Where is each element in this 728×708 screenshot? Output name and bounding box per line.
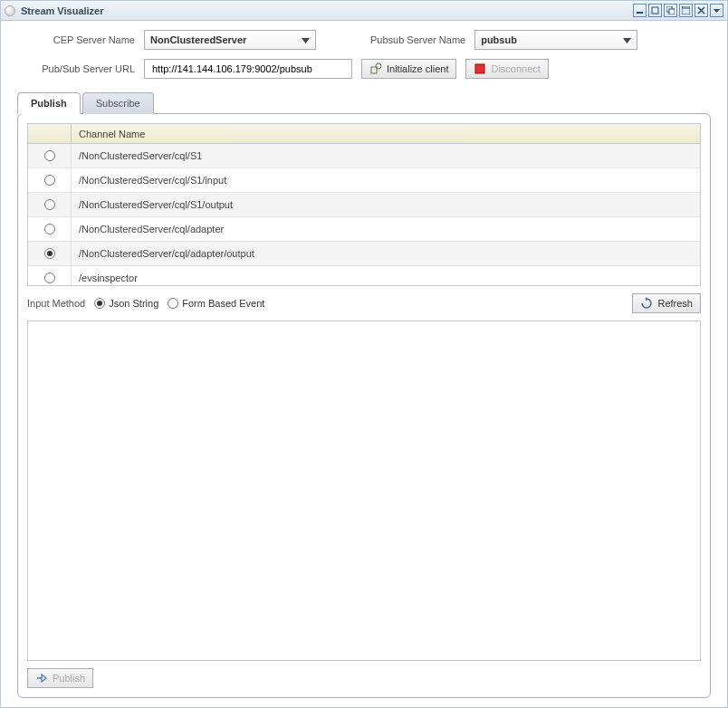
restore-icon[interactable] [648,4,662,17]
cep-server-value: NonClusteredServer [150,34,246,45]
maximize-icon[interactable] [679,4,693,17]
publish-label: Publish [53,673,85,684]
channel-radio[interactable] [44,248,55,259]
stream-visualizer-window: Stream Visualizer CEP Server Name NonClu… [0,0,728,708]
window-icon [5,5,15,16]
input-method-label: Input Method [27,298,85,309]
svg-rect-4 [682,6,690,14]
initialize-icon [369,62,382,75]
row-radio-cell [28,242,72,265]
channel-name-cell: /NonClusteredServer/cql/adapter/output [72,248,700,259]
pubsub-url-label: Pub/Sub Server URL [17,63,135,74]
tab-subscribe[interactable]: Subscribe [82,92,154,114]
grid-header-radio-col [28,124,72,143]
table-row[interactable]: /NonClusteredServer/cql/adapter [28,217,700,242]
row-radio-cell [28,193,72,216]
publish-button[interactable]: Publish [27,668,93,688]
channel-radio[interactable] [44,273,55,283]
tab-publish[interactable]: Publish [17,92,81,114]
refresh-label: Refresh [657,298,693,309]
channel-radio[interactable] [44,175,55,186]
cascade-icon[interactable] [664,4,677,17]
input-method-json-label: Json String [109,298,158,309]
row-radio-cell [28,266,72,285]
table-row[interactable]: /NonClusteredServer/cql/S1 [28,144,700,168]
minimize-detach-icon[interactable] [633,4,647,17]
grid-header-channel-name: Channel Name [72,129,700,139]
row-radio-cell [28,217,72,241]
initialize-client-label: Initialize client [387,63,448,74]
refresh-button[interactable]: Refresh [632,293,701,313]
pubsub-url-field[interactable] [150,62,346,75]
titlebar: Stream Visualizer [1,1,727,21]
svg-rect-0 [637,12,643,14]
cep-server-label: CEP Server Name [17,34,135,45]
table-row[interactable]: /NonClusteredServer/cql/S1/input [28,168,700,193]
radio-form[interactable] [168,298,178,309]
pubsub-url-input[interactable] [144,59,352,79]
chevron-down-icon [623,34,631,45]
table-row[interactable]: /evsinspector [28,266,700,285]
pubsub-server-value: pubsub [481,34,517,45]
row-radio-cell [28,144,72,167]
grid-body[interactable]: /NonClusteredServer/cql/S1/NonClusteredS… [28,144,700,285]
pubsub-server-dropdown[interactable]: pubsub [474,30,637,50]
channel-name-cell: /NonClusteredServer/cql/S1 [72,150,700,161]
chevron-down-icon [302,34,310,45]
svg-rect-3 [669,9,675,14]
svg-marker-9 [302,38,310,43]
server-row: CEP Server Name NonClusteredServer Pubsu… [17,30,711,50]
svg-rect-13 [475,64,484,73]
svg-rect-11 [371,67,377,73]
input-method-row: Input Method Json String Form Based Even… [27,293,701,313]
window-controls [633,4,723,17]
close-icon[interactable] [694,4,708,17]
bottom-row: Publish [27,668,701,688]
channel-name-cell: /evsinspector [72,273,700,283]
payload-textarea-wrap [27,321,701,661]
dropdown-icon[interactable] [710,4,723,17]
disconnect-label: Disconnect [491,63,540,74]
channel-name-cell: /NonClusteredServer/cql/S1/output [72,199,700,210]
url-row: Pub/Sub Server URL Initialize client Dis… [17,59,711,79]
svg-point-12 [376,63,381,69]
channel-radio[interactable] [44,150,55,161]
channel-grid: Channel Name /NonClusteredServer/cql/S1/… [27,123,701,286]
radio-json[interactable] [94,298,105,309]
payload-textarea[interactable] [32,325,696,656]
channel-name-cell: /NonClusteredServer/cql/adapter [72,224,700,234]
table-row[interactable]: /NonClusteredServer/cql/S1/output [28,193,700,217]
svg-marker-8 [714,9,720,13]
refresh-icon [640,297,653,310]
disconnect-icon [474,62,486,75]
cep-server-dropdown[interactable]: NonClusteredServer [144,30,316,50]
table-row[interactable]: /NonClusteredServer/cql/adapter/output [28,242,700,266]
channel-name-cell: /NonClusteredServer/cql/S1/input [72,175,700,186]
input-method-form[interactable]: Form Based Event [168,298,264,309]
channel-radio[interactable] [44,199,55,210]
initialize-client-button[interactable]: Initialize client [361,59,456,79]
row-radio-cell [28,168,72,192]
content-area: CEP Server Name NonClusteredServer Pubsu… [1,21,727,707]
input-method-json[interactable]: Json String [94,298,158,309]
svg-rect-1 [652,7,658,14]
disconnect-button[interactable]: Disconnect [465,59,548,79]
channel-radio[interactable] [44,224,55,234]
publish-icon [35,672,48,684]
pubsub-server-label: Pubsub Server Name [370,34,465,45]
input-method-form-label: Form Based Event [182,298,264,309]
tabs: Publish Subscribe [17,91,711,113]
grid-header: Channel Name [28,124,700,144]
publish-panel: Channel Name /NonClusteredServer/cql/S1/… [17,113,711,698]
window-title: Stream Visualizer [21,5,633,16]
svg-marker-10 [623,38,631,43]
